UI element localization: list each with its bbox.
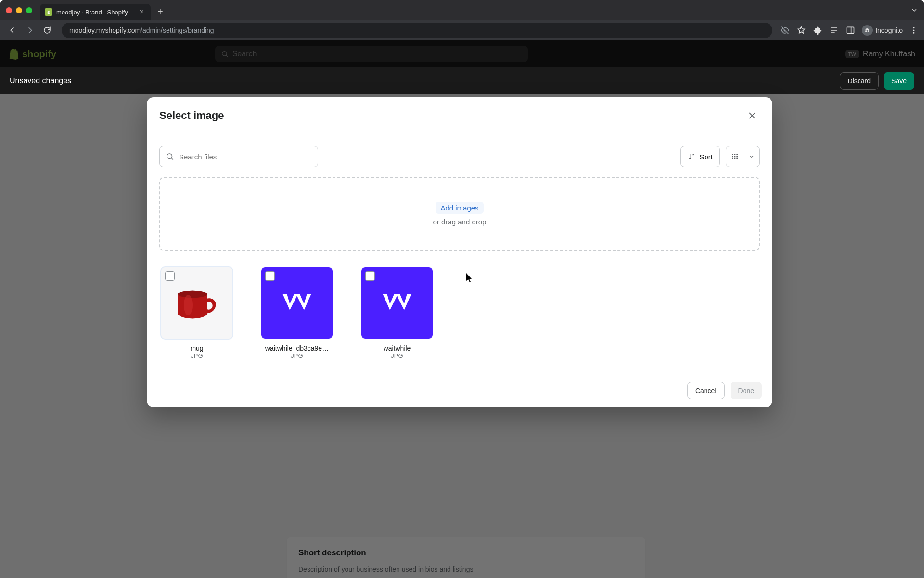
browser-toolbar: moodjoy.myshopify.com/admin/settings/bra…: [0, 20, 924, 40]
app-viewport: shopify Search TW Ramy Khuffash Short de…: [0, 40, 924, 578]
svg-point-1: [865, 30, 867, 32]
waitwhile-logo-icon: [379, 290, 415, 316]
file-item[interactable]: mug JPG: [161, 267, 232, 359]
checkbox[interactable]: [265, 271, 275, 281]
file-type: JPG: [391, 352, 403, 359]
svg-rect-11: [732, 156, 733, 158]
view-toggle[interactable]: [726, 146, 760, 167]
checkbox[interactable]: [165, 271, 175, 281]
file-name: mug: [190, 344, 203, 352]
file-item[interactable]: waitwhile_db3ca9e… JPG: [261, 267, 333, 359]
reload-button[interactable]: [40, 24, 54, 37]
select-image-modal: Select image Sort: [147, 97, 772, 407]
file-name: waitwhile_db3ca9e…: [265, 344, 329, 352]
add-images-link[interactable]: Add images: [436, 202, 483, 214]
url-path: /admin/settings/branding: [141, 26, 214, 34]
window-maximize[interactable]: [26, 7, 32, 13]
file-thumbnail-waitwhile[interactable]: [361, 267, 433, 339]
search-icon: [166, 152, 174, 161]
address-bar[interactable]: moodjoy.myshopify.com/admin/settings/bra…: [62, 23, 772, 38]
modal-header: Select image: [147, 97, 772, 134]
file-type: JPG: [191, 352, 203, 359]
svg-rect-8: [732, 154, 733, 155]
svg-rect-12: [734, 156, 736, 158]
side-panel-icon[interactable]: [846, 26, 855, 35]
done-button[interactable]: Done: [731, 382, 762, 399]
svg-point-4: [913, 30, 915, 31]
modal-title: Select image: [159, 109, 224, 122]
dropzone-subtext: or drag and drop: [433, 218, 487, 226]
svg-point-18: [178, 291, 207, 298]
incognito-icon: [862, 25, 873, 36]
discard-button[interactable]: Discard: [840, 72, 879, 90]
bookmark-star-icon[interactable]: [796, 26, 806, 35]
window-controls: [6, 7, 32, 13]
waitwhile-logo-icon: [279, 290, 315, 316]
svg-point-3: [913, 27, 915, 28]
sort-button[interactable]: Sort: [680, 146, 720, 167]
file-name: waitwhile: [384, 344, 411, 352]
svg-rect-9: [734, 154, 736, 155]
sort-label: Sort: [699, 153, 713, 161]
sort-icon: [688, 153, 695, 160]
view-dropdown-icon[interactable]: [744, 146, 759, 167]
incognito-label: Incognito: [875, 26, 903, 34]
extensions-icon[interactable]: [813, 26, 822, 35]
file-thumbnail-waitwhile[interactable]: [261, 267, 333, 339]
unsaved-message: Unsaved changes: [10, 77, 71, 85]
upload-dropzone[interactable]: Add images or drag and drop: [159, 177, 760, 251]
svg-point-19: [184, 295, 192, 315]
modal-body: Sort Add images or drag and drop: [147, 134, 772, 374]
browser-tab-strip: s moodjoy · Brand · Shopify × +: [0, 0, 924, 20]
url-host: moodjoy.myshopify.com: [69, 26, 141, 34]
svg-point-2: [868, 30, 870, 32]
file-grid: mug JPG waitwhile_db3ca9e… JPG: [159, 264, 760, 362]
mouse-cursor-icon: [466, 273, 473, 283]
modal-footer: Cancel Done: [147, 374, 772, 407]
svg-rect-15: [734, 158, 736, 159]
reading-list-icon[interactable]: [829, 26, 839, 35]
svg-point-5: [913, 32, 915, 34]
svg-rect-14: [732, 158, 733, 159]
grid-view-icon[interactable]: [726, 146, 744, 167]
back-button[interactable]: [6, 24, 19, 37]
search-input[interactable]: [179, 153, 312, 161]
favicon-shopify-icon: s: [45, 8, 52, 16]
tab-title: moodjoy · Brand · Shopify: [56, 9, 128, 16]
window-minimize[interactable]: [16, 7, 22, 13]
file-thumbnail-mug[interactable]: [161, 267, 232, 339]
close-icon: [747, 111, 757, 120]
kebab-menu-icon[interactable]: [910, 26, 918, 35]
forward-button[interactable]: [23, 24, 37, 37]
unsaved-changes-bar: Unsaved changes Discard Save: [0, 67, 924, 94]
browser-tab[interactable]: s moodjoy · Brand · Shopify ×: [40, 4, 151, 20]
eye-off-icon[interactable]: [780, 26, 790, 35]
incognito-indicator[interactable]: Incognito: [862, 25, 903, 36]
window-close[interactable]: [6, 7, 12, 13]
svg-rect-16: [736, 158, 738, 159]
tab-overflow-icon[interactable]: [911, 6, 918, 14]
svg-point-7: [167, 154, 172, 159]
cancel-button[interactable]: Cancel: [687, 382, 725, 399]
modal-close-button[interactable]: [744, 108, 760, 123]
mug-icon: [170, 281, 223, 325]
file-type: JPG: [291, 352, 303, 359]
new-tab-button[interactable]: +: [157, 6, 163, 17]
svg-rect-10: [736, 154, 738, 155]
svg-rect-0: [847, 27, 854, 33]
file-item[interactable]: waitwhile JPG: [361, 267, 433, 359]
checkbox[interactable]: [365, 271, 375, 281]
svg-rect-13: [736, 156, 738, 158]
search-input-wrapper[interactable]: [159, 146, 318, 167]
save-button[interactable]: Save: [884, 72, 914, 90]
tab-close-icon[interactable]: ×: [140, 8, 144, 16]
